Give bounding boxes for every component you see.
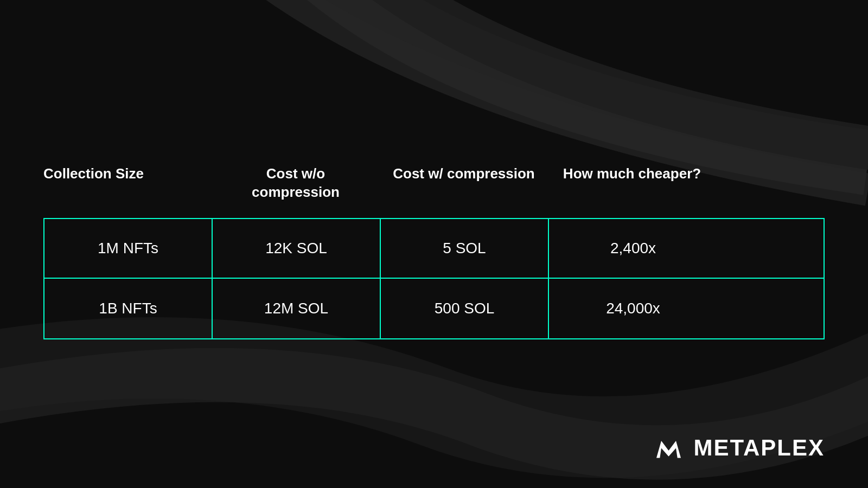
header-cost-without: Cost w/o compression — [212, 159, 380, 207]
cell-cost-comp-1b: 500 SOL — [381, 279, 549, 338]
cell-size-1b: 1B NFTs — [44, 279, 213, 338]
header-how-cheap: How much cheaper? — [548, 159, 716, 207]
table-row: 1M NFTs 12K SOL 5 SOL 2,400x — [44, 219, 824, 279]
cell-cost-comp-1m: 5 SOL — [381, 219, 549, 278]
cell-cheaper-1b: 24,000x — [549, 279, 717, 338]
header-collection-size: Collection Size — [43, 159, 212, 207]
metaplex-name: METAPLEX — [693, 435, 825, 461]
comparison-table: Collection Size Cost w/o compression Cos… — [43, 159, 825, 339]
metaplex-icon — [654, 436, 684, 460]
cell-cost-no-comp-1b: 12M SOL — [213, 279, 381, 338]
table-headers: Collection Size Cost w/o compression Cos… — [43, 159, 825, 218]
header-cost-with: Cost w/ compression — [380, 159, 548, 207]
cell-size-1m: 1M NFTs — [44, 219, 213, 278]
table-row: 1B NFTs 12M SOL 500 SOL 24,000x — [44, 279, 824, 338]
main-content: Collection Size Cost w/o compression Cos… — [0, 0, 868, 488]
cell-cheaper-1m: 2,400x — [549, 219, 717, 278]
cell-cost-no-comp-1m: 12K SOL — [213, 219, 381, 278]
table-body: 1M NFTs 12K SOL 5 SOL 2,400x 1B NFTs 12M… — [43, 218, 825, 339]
metaplex-branding: METAPLEX — [654, 435, 825, 461]
